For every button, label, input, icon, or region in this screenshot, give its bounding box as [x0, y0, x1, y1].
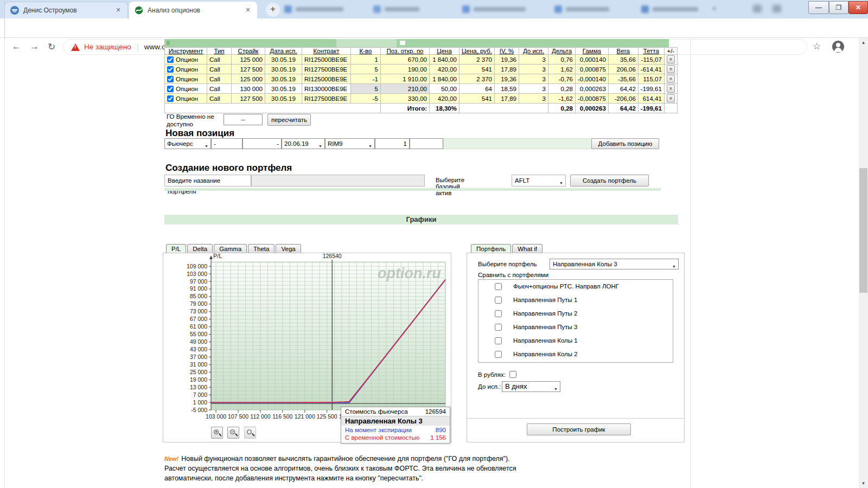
base-asset-select[interactable]: AFLT [512, 175, 566, 187]
portfolio-compare-checkbox[interactable] [495, 310, 502, 317]
column-header[interactable]: Дельта [548, 48, 576, 55]
tab-title: Анализ опционов [148, 7, 243, 14]
vk-favicon-icon [10, 6, 19, 15]
row-checkbox[interactable] [167, 86, 174, 92]
reload-icon[interactable]: ↻ [48, 41, 55, 53]
column-header[interactable]: Тип [207, 48, 232, 55]
open-price-input-cell[interactable]: 670,00 [381, 55, 430, 65]
delete-row-button[interactable]: × [667, 94, 675, 102]
page-scrollbar[interactable]: ▲ ▼ [859, 38, 868, 488]
tab-options-analysis[interactable]: Анализ опционов × [129, 2, 257, 18]
pl-chart-svg[interactable]: option.ru-5 0001 0007 00013 00019 00025 … [163, 253, 452, 426]
row-checkbox[interactable] [167, 95, 174, 102]
open-price-input-cell[interactable]: 210,00 [381, 84, 430, 94]
svg-text:112 000: 112 000 [250, 413, 270, 420]
column-header[interactable]: Инструмент [165, 48, 207, 55]
open-price-input-cell[interactable]: 1 910,00 [381, 74, 430, 84]
exp-date-select[interactable]: 20.06.19 [282, 138, 325, 149]
strike-input[interactable]: - [242, 138, 282, 149]
qty-input[interactable]: 1 [375, 138, 410, 149]
portfolio-compare-checkbox[interactable] [495, 324, 502, 331]
column-header[interactable]: Цена, руб. [459, 48, 495, 55]
recalculate-button[interactable]: пересчитать [267, 114, 311, 126]
chart-tab-delta[interactable]: Delta [187, 244, 213, 253]
zoom-select-button[interactable] [244, 427, 256, 439]
tab-close-icon[interactable]: × [113, 5, 123, 15]
row-checkbox[interactable] [167, 76, 174, 82]
column-header[interactable]: Контракт [302, 48, 351, 55]
type-cell: Call [207, 65, 232, 74]
chart-tab-gamma[interactable]: Gamma [214, 244, 247, 253]
security-warning-icon[interactable] [71, 43, 80, 51]
scroll-down-icon[interactable]: ▼ [859, 479, 868, 488]
column-header[interactable]: Дата исп. [265, 48, 302, 55]
row-checkbox[interactable] [167, 66, 174, 73]
window-close-button[interactable]: ✕ [848, 1, 868, 14]
window-maximize-button[interactable]: ❐ [829, 1, 848, 14]
open-price-input-cell[interactable]: 330,00 [381, 94, 430, 104]
portfolio-compare-checkbox[interactable] [495, 351, 502, 358]
table-row: ОпционCall127 50030.05.19RI127500BE9E519… [165, 65, 678, 74]
qty-input-cell[interactable]: -1 [351, 74, 381, 84]
open-price-input-cell[interactable]: 190,00 [381, 65, 430, 74]
forward-icon[interactable]: → [30, 41, 39, 52]
tab-portfolio[interactable]: Портфель [471, 244, 511, 253]
portfolio-compare-checkbox[interactable] [495, 283, 502, 290]
column-header[interactable]: Вега [608, 48, 638, 55]
svg-text:107 500: 107 500 [228, 413, 248, 420]
row-checkbox[interactable] [167, 56, 174, 63]
instrument-select[interactable]: Фьючерс [164, 138, 211, 149]
column-header[interactable]: Поз. откр. по [381, 48, 430, 55]
portfolio-name-input[interactable] [251, 175, 425, 187]
scroll-up-icon[interactable]: ▲ [859, 38, 868, 47]
delete-row-button[interactable]: × [667, 75, 675, 83]
days-select[interactable]: В днях [502, 381, 560, 392]
column-header[interactable]: Страйк [232, 48, 265, 55]
qty-input-cell[interactable]: 5 [351, 84, 381, 94]
contract-select[interactable]: RIM9 [325, 138, 375, 149]
profile-avatar-icon[interactable] [832, 41, 844, 53]
zoom-in-button[interactable]: + [211, 427, 223, 439]
column-header[interactable]: До исп. [519, 48, 548, 55]
svg-text:97 000: 97 000 [190, 278, 207, 285]
tab-denis-ostroumov[interactable]: Денис Остроумов × [4, 2, 128, 18]
zoom-out-button[interactable]: − [227, 427, 239, 439]
in-rubles-checkbox[interactable] [509, 371, 516, 378]
qty-input-cell[interactable]: 1 [351, 55, 381, 65]
qty-input-cell[interactable]: -5 [351, 94, 381, 104]
delete-row-button[interactable]: × [667, 65, 675, 73]
chart-tab-theta[interactable]: Theta [248, 244, 275, 253]
column-header[interactable]: Тетта [638, 48, 664, 55]
instrument-cell: Опцион [165, 65, 207, 74]
create-portfolio-button[interactable]: Создать портфель [570, 175, 649, 187]
price-cell: 420,00 [430, 65, 459, 74]
scrollbar-thumb[interactable] [859, 168, 867, 293]
security-warning-text[interactable]: Не защищено [84, 43, 131, 51]
new-tab-button[interactable]: + [266, 3, 280, 17]
chart-tab-vega[interactable]: Vega [276, 244, 301, 253]
go-value-field[interactable]: -- [224, 114, 263, 125]
column-header[interactable]: Гамма [576, 48, 609, 55]
tab-what-if[interactable]: What if [512, 244, 542, 253]
delete-row-button[interactable]: × [667, 85, 675, 93]
column-header[interactable]: К-во [351, 48, 381, 55]
build-chart-button[interactable]: Построить график [527, 423, 631, 435]
qty-input-cell[interactable]: 5 [351, 65, 381, 74]
bookmark-star-icon[interactable]: ☆ [813, 41, 821, 52]
gamma-cell: 0,000140 [576, 55, 609, 65]
portfolio-compare-checkbox[interactable] [495, 337, 502, 344]
portfolio-compare-checkbox[interactable] [495, 297, 502, 304]
chart-tab-pl[interactable]: P/L [166, 244, 186, 253]
ghost-tab [462, 4, 526, 14]
tab-close-icon[interactable]: × [243, 5, 253, 15]
delete-row-button[interactable]: × [667, 55, 675, 63]
vega-cell: 35,66 [608, 55, 638, 65]
portfolio-select[interactable]: Направленная Колы 3 [550, 259, 679, 269]
column-header[interactable]: IV, % [495, 48, 519, 55]
column-header[interactable]: Цена [430, 48, 459, 55]
back-icon[interactable]: ← [12, 41, 21, 52]
window-minimize-button[interactable]: — [808, 1, 829, 14]
add-position-button[interactable]: Добавить позицию [591, 138, 659, 149]
open-price-input[interactable] [410, 138, 443, 149]
browser-window: Денис Остроумов × Анализ опционов × + + … [0, 0, 868, 488]
